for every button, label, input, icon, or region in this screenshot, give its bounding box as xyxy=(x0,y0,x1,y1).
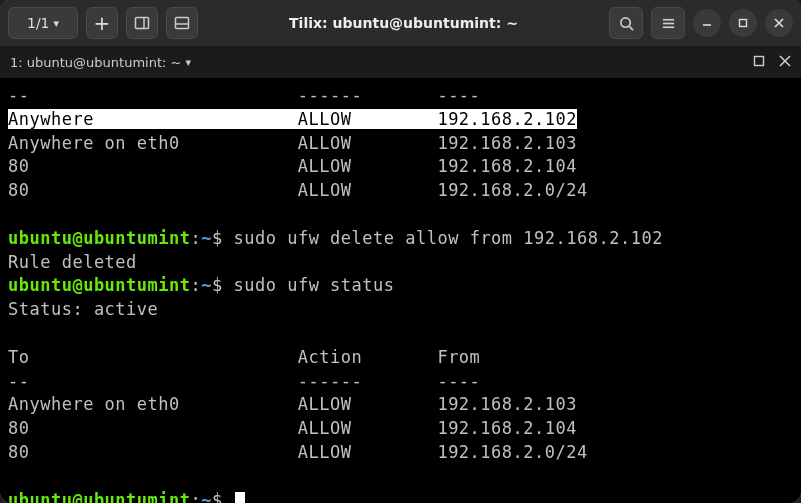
ufw-rule-row: 80 ALLOW 192.168.2.0/24 xyxy=(8,441,793,465)
split-right-icon xyxy=(134,15,150,31)
ufw-rule-row: -- ------ ---- xyxy=(8,84,793,108)
tab-close-button[interactable] xyxy=(779,55,791,70)
tab[interactable]: 1: ubuntu@ubuntumint: ~ ▾ xyxy=(10,55,191,70)
chevron-down-icon: ▾ xyxy=(54,17,60,30)
ufw-rule-row: 80 ALLOW 192.168.2.0/24 xyxy=(8,179,793,203)
add-terminal-right-button[interactable] xyxy=(126,7,158,39)
terminal[interactable]: -- ------ ----Anywhere ALLOW 192.168.2.1… xyxy=(0,78,801,503)
prompt-line: ubuntu@ubuntumint:~$ sudo ufw status xyxy=(8,274,793,298)
maximize-icon xyxy=(737,17,749,29)
ufw-rule-row: Anywhere ALLOW 192.168.2.102 xyxy=(8,108,793,132)
tab-maximize-button[interactable] xyxy=(753,55,765,70)
prompt-path: ~ xyxy=(201,490,212,503)
prompt-user: ubuntu@ubuntumint xyxy=(8,275,191,295)
session-selector[interactable]: 1/1 ▾ xyxy=(8,7,78,39)
output-line: Rule deleted xyxy=(8,251,793,275)
svg-rect-10 xyxy=(740,20,747,27)
prompt-line: ubuntu@ubuntumint:~$ sudo ufw delete all… xyxy=(8,227,793,251)
split-down-icon xyxy=(174,15,190,31)
close-icon xyxy=(773,17,785,29)
ufw-rule-row: 80 ALLOW 192.168.2.104 xyxy=(8,155,793,179)
search-button[interactable] xyxy=(609,7,643,39)
svg-point-4 xyxy=(620,17,629,26)
prompt-path: ~ xyxy=(201,228,212,248)
titlebar: 1/1 ▾ + Tilix: ubuntu@ubuntumint: ~ xyxy=(0,0,801,46)
minimize-button[interactable] xyxy=(693,9,721,37)
plus-icon: + xyxy=(94,11,111,35)
new-session-button[interactable]: + xyxy=(86,7,118,39)
svg-rect-13 xyxy=(755,56,764,65)
ufw-rule-row: 80 ALLOW 192.168.2.104 xyxy=(8,417,793,441)
add-terminal-down-button[interactable] xyxy=(166,7,198,39)
close-button[interactable] xyxy=(765,9,793,37)
prompt-user: ubuntu@ubuntumint xyxy=(8,228,191,248)
minimize-icon xyxy=(701,17,713,29)
ufw-rule-row: Anywhere on eth0 ALLOW 192.168.2.103 xyxy=(8,132,793,156)
tab-label: 1: ubuntu@ubuntumint: ~ xyxy=(10,55,181,70)
command-text: sudo ufw delete allow from 192.168.2.102 xyxy=(233,228,662,248)
svg-line-5 xyxy=(629,26,633,30)
ufw-rule-row: To Action From xyxy=(8,346,793,370)
prompt-line: ubuntu@ubuntumint:~$ xyxy=(8,489,793,503)
window-title: Tilix: ubuntu@ubuntumint: ~ xyxy=(206,15,601,31)
svg-rect-2 xyxy=(176,18,189,29)
square-icon xyxy=(753,55,765,67)
ufw-rule-row: Anywhere on eth0 ALLOW 192.168.2.103 xyxy=(8,393,793,417)
maximize-button[interactable] xyxy=(729,9,757,37)
tab-bar: 1: ubuntu@ubuntumint: ~ ▾ xyxy=(0,46,801,78)
command-text: sudo ufw status xyxy=(233,275,394,295)
ufw-rule-row: -- ------ ---- xyxy=(8,370,793,394)
hamburger-icon xyxy=(661,16,676,31)
cursor xyxy=(235,492,245,503)
close-icon xyxy=(779,55,791,67)
menu-button[interactable] xyxy=(651,7,685,39)
search-icon xyxy=(619,16,634,31)
prompt-user: ubuntu@ubuntumint xyxy=(8,490,191,503)
svg-rect-0 xyxy=(136,18,149,29)
chevron-down-icon: ▾ xyxy=(185,56,191,69)
prompt-path: ~ xyxy=(201,275,212,295)
session-label: 1/1 xyxy=(27,15,50,31)
output-line: Status: active xyxy=(8,298,793,322)
